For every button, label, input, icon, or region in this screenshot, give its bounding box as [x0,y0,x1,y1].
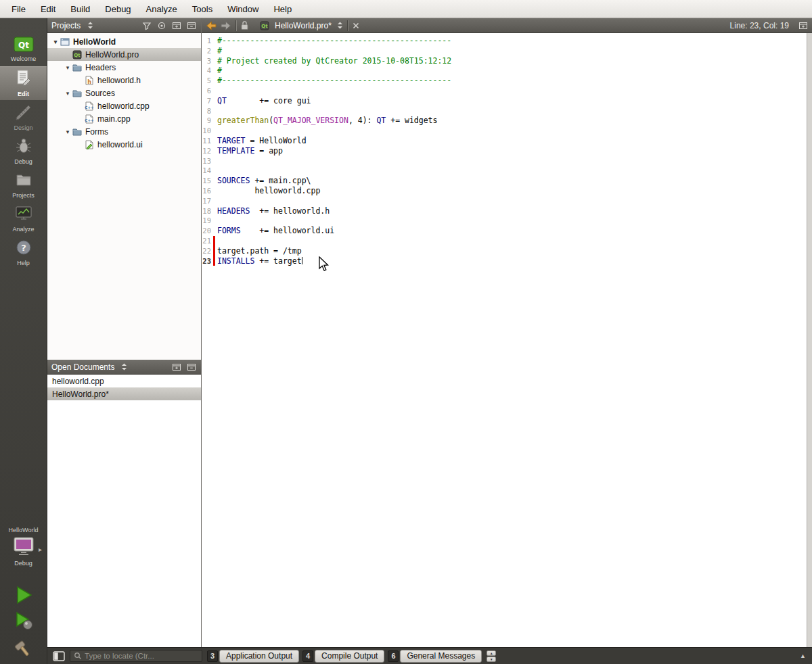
line-number: 23 [202,256,213,266]
code-line: 2# [202,46,807,56]
run-debug-button[interactable] [14,611,34,631]
code-text: QT += core gui [215,96,311,106]
open-document-item[interactable]: HelloWorld.pro* [47,387,201,400]
output-pane-general-messages[interactable]: 6General Messages [388,650,482,663]
close-document-icon[interactable] [352,22,360,30]
open-documents-panel: Open Documents helloworld.cppHelloWorld.… [47,360,202,647]
mode-help[interactable]: ?Help [0,235,47,269]
maximize-output-icon[interactable]: ▲ [800,653,806,659]
code-line: 23INSTALLS += target [202,256,807,266]
back-icon[interactable] [206,21,217,30]
tree-item[interactable]: ▾HelloWorld [47,35,201,48]
active-project-label: HelloWorld [0,527,47,533]
code-token: QT [376,116,386,125]
build-button[interactable] [14,637,34,657]
line-number: 3 [202,56,213,66]
code-token: target.path = /tmp [217,246,302,256]
panel-combo-arrows-icon[interactable] [85,20,95,31]
split-panel-icon[interactable] [171,20,182,31]
tree-item-label: helloworld.ui [97,140,143,149]
text-caret [302,257,303,264]
code-text: target.path = /tmp [215,246,302,256]
menu-bar: FileEditBuildDebugAnalyzeToolsWindowHelp [0,0,812,18]
code-editor[interactable]: 1#--------------------------------------… [202,33,807,647]
editor-scrollbar[interactable] [807,33,812,647]
code-token: FORMS [217,226,241,235]
tree-item[interactable]: C++helloworld.cpp [47,99,201,112]
tree-expander-icon[interactable]: ▾ [64,128,72,135]
panel-combo-arrows-icon[interactable] [118,362,129,373]
menu-window[interactable]: Window [220,0,266,18]
code-token: SOURCES [217,176,250,185]
menu-edit[interactable]: Edit [33,0,63,18]
split-editor-icon[interactable] [798,21,808,30]
menu-help[interactable]: Help [266,0,299,18]
mode-analyze[interactable]: Analyze [0,201,47,235]
document-selector[interactable]: Qt HelloWorld.pro* [260,21,343,30]
line-number: 14 [202,166,213,176]
mode-welcome[interactable]: QtWelcome [0,32,47,66]
menu-file[interactable]: File [4,0,33,18]
code-token: # Project created by QtCreator 2015-10-0… [217,56,451,66]
tree-item[interactable]: QtHelloWorld.pro [47,48,201,61]
output-pane-number: 4 [302,650,313,662]
stepper-down-icon[interactable]: ▼ [487,657,496,662]
kit-selector-button[interactable]: ▸ Debug [0,535,47,577]
mode-label: Welcome [11,55,36,62]
filter-icon[interactable] [141,20,152,31]
code-text: INSTALLS += target [215,256,302,266]
stepper-up-icon[interactable]: ▲ [487,650,496,656]
mode-edit[interactable]: Edit [0,66,47,100]
split-panel-icon[interactable] [171,362,182,373]
tree-item[interactable]: C++main.cpp [47,112,201,125]
mode-design[interactable]: Design [0,100,47,134]
locator-input[interactable] [85,652,198,660]
line-number: 13 [202,156,213,166]
locator-field[interactable] [70,650,202,662]
tree-item[interactable]: ▾Sources [47,87,201,99]
run-button[interactable] [14,585,34,605]
mode-debug[interactable]: Debug [0,134,47,168]
code-line: 17 [202,196,807,206]
output-pane-stepper[interactable]: ▲ ▼ [487,650,496,662]
project-tree: ▾HelloWorldQtHelloWorld.pro▾Headershhell… [47,33,201,151]
forward-icon[interactable] [221,21,231,30]
code-token: QT_MAJOR_VERSION [273,116,348,125]
menu-debug[interactable]: Debug [97,0,138,18]
sync-with-editor-icon[interactable] [156,20,167,31]
close-panel-icon[interactable] [186,20,197,31]
line-number: 18 [202,206,213,216]
menu-tools[interactable]: Tools [185,0,220,18]
code-token: QT [217,96,227,105]
tree-item[interactable]: ▾Forms [47,125,201,138]
code-text [215,216,217,226]
menu-build[interactable]: Build [63,0,97,18]
mode-label: Design [14,124,32,131]
open-document-item[interactable]: helloworld.cpp [47,375,201,387]
code-line: 9greaterThan(QT_MAJOR_VERSION, 4): QT +=… [202,116,807,126]
tree-expander-icon[interactable]: ▾ [51,39,60,45]
line-number: 12 [202,146,213,156]
close-panel-icon[interactable] [186,362,197,373]
tree-item[interactable]: hhelloworld.h [47,74,201,87]
mode-label: Edit [18,91,29,97]
output-pane-application-output[interactable]: 3Application Output [207,650,299,663]
toggle-sidebar-icon[interactable] [53,651,65,661]
tree-item[interactable]: ▾Headers [47,61,201,74]
code-line: 20FORMS += helloworld.ui [202,226,807,236]
code-text: #---------------------------------------… [215,36,451,46]
open-document-label: HelloWorld.pro* [52,389,109,399]
tree-expander-icon[interactable]: ▾ [64,64,72,71]
tree-item[interactable]: helloworld.ui [47,138,201,151]
line-number: 10 [202,126,213,136]
code-line: 11TARGET = HelloWorld [202,136,807,146]
output-pane-compile-output[interactable]: 4Compile Output [302,650,384,663]
tree-item-label: Headers [85,63,116,72]
code-token: = app [254,146,283,156]
mode-projects[interactable]: Projects [0,168,47,201]
output-pane-label: General Messages [400,650,482,663]
tree-expander-icon[interactable]: ▾ [64,90,72,97]
code-line: 19 [202,216,807,226]
menu-analyze[interactable]: Analyze [139,0,185,18]
cpp-file-icon: C++ [84,114,95,124]
